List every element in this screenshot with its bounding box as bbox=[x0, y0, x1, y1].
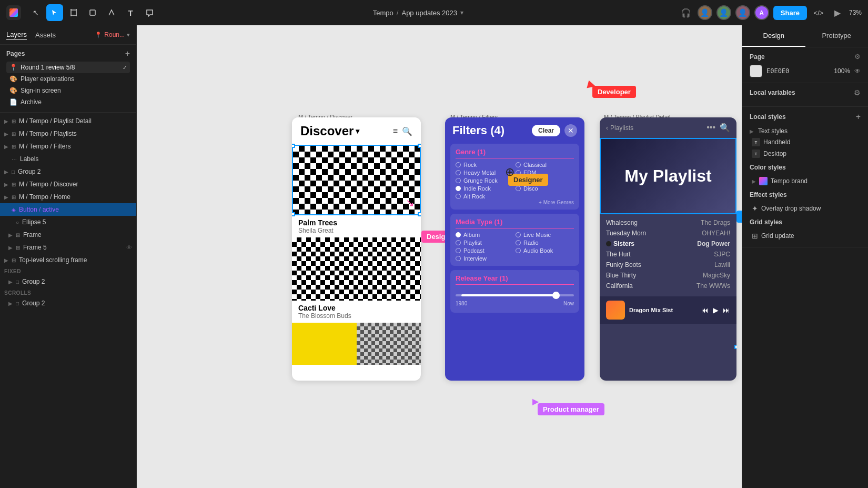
genre-disco[interactable]: Disco bbox=[516, 185, 574, 192]
local-vars-title: Local variables bbox=[750, 89, 795, 96]
clear-button[interactable]: Clear bbox=[532, 125, 560, 136]
layer-scrolling-frame[interactable]: ▶ ⊟ Top-level scrolling frame bbox=[0, 254, 136, 266]
style-tempo-brand[interactable]: ▶ Tempo brand bbox=[750, 175, 861, 187]
genre-classical[interactable]: Classical bbox=[516, 162, 574, 168]
handle-br[interactable] bbox=[418, 212, 421, 216]
effect-overlay-shadow[interactable]: ✦ Overlay drop shadow bbox=[750, 203, 861, 214]
move-tool[interactable]: ↖ bbox=[27, 4, 44, 21]
layer-group2-top[interactable]: ▶ □ Group 2 bbox=[0, 165, 136, 178]
page-settings-icon[interactable]: ⚙ bbox=[854, 53, 861, 61]
layer-ellipse5[interactable]: ▶ ○ Ellipse 5 bbox=[0, 216, 136, 228]
zoom-level[interactable]: 73% bbox=[849, 9, 862, 16]
layer-section-scrolls: SCROLLS bbox=[0, 288, 136, 297]
code-icon[interactable]: </> bbox=[811, 5, 826, 20]
add-style-button[interactable]: + bbox=[856, 112, 861, 122]
grid-update[interactable]: ⊞ Grid update bbox=[750, 230, 861, 242]
tab-prototype[interactable]: Prototype bbox=[805, 25, 869, 47]
tool-group: ↖ T bbox=[27, 4, 158, 21]
tab-design[interactable]: Design bbox=[742, 25, 805, 47]
prev-icon[interactable]: ⏮ bbox=[701, 306, 709, 314]
layer-group2-fixed[interactable]: ▶ □ Group 2 bbox=[0, 275, 136, 288]
handle-tl[interactable] bbox=[292, 144, 295, 148]
layer-group2-scrolls[interactable]: ▶ □ Group 2 bbox=[0, 297, 136, 310]
more-icon[interactable]: ••• bbox=[706, 123, 715, 133]
effect-styles-header: Effect styles bbox=[750, 191, 861, 198]
style-desktop[interactable]: T Desktop bbox=[750, 148, 861, 160]
dropdown-arrow[interactable]: ▾ bbox=[460, 9, 463, 16]
layer-discover[interactable]: ▶ ⊞ M / Tempo / Discover bbox=[0, 178, 136, 191]
variables-icon[interactable]: ⚙ bbox=[854, 88, 861, 97]
page-icon4: 📄 bbox=[9, 98, 17, 106]
media-live[interactable]: Live Music bbox=[516, 232, 574, 238]
route-chevron[interactable]: ▾ bbox=[127, 32, 130, 38]
genre-indie[interactable]: Indie Rock bbox=[456, 185, 514, 192]
layer-labels[interactable]: ▶ ⋯ Labels bbox=[0, 153, 136, 165]
handle-bl[interactable] bbox=[292, 212, 295, 216]
comment-tool[interactable] bbox=[141, 4, 158, 21]
search-icon[interactable]: 🔍 bbox=[720, 123, 730, 133]
layer-frame5[interactable]: ▶ ⊞ Frame 5 👁 bbox=[0, 241, 136, 254]
share-button[interactable]: Share bbox=[773, 6, 807, 20]
visibility-toggle[interactable]: 👁 bbox=[854, 67, 861, 75]
media-interview[interactable]: Interview bbox=[456, 255, 514, 262]
genre-alt[interactable]: Alt Rock bbox=[456, 193, 514, 200]
next-icon[interactable]: ⏭ bbox=[723, 306, 730, 314]
track-artist: OHYEAH! bbox=[702, 230, 730, 237]
layer-frame[interactable]: ▶ ⊞ Frame bbox=[0, 228, 136, 241]
slider-thumb[interactable] bbox=[552, 292, 560, 299]
style-handheld[interactable]: T Handheld bbox=[750, 136, 861, 148]
title-bar: Tempo / App updates 2023 ▾ bbox=[162, 9, 674, 17]
handle-tr[interactable] bbox=[418, 144, 421, 148]
headphones-icon[interactable]: 🎧 bbox=[679, 5, 693, 20]
tab-assets[interactable]: Assets bbox=[35, 30, 56, 40]
radio-playlist bbox=[456, 240, 461, 245]
select-tool[interactable] bbox=[46, 4, 63, 21]
dropdown-icon: ▾ bbox=[356, 127, 359, 135]
media-radio[interactable]: Radio bbox=[516, 240, 574, 246]
page-item-archive[interactable]: 📄 Archive bbox=[6, 96, 130, 108]
back-button[interactable]: ‹ Playlists bbox=[606, 124, 633, 132]
shape-tool[interactable] bbox=[84, 4, 101, 21]
play-icon[interactable]: ▶ bbox=[830, 5, 845, 20]
layer-name: Top-level scrolling frame bbox=[19, 256, 132, 264]
more-genres[interactable]: + More Genres bbox=[456, 200, 574, 205]
frame-tool[interactable] bbox=[65, 4, 82, 21]
text-tool[interactable]: T bbox=[122, 4, 139, 21]
page-color-swatch[interactable] bbox=[750, 65, 762, 77]
filter-icon[interactable]: ≡ bbox=[393, 126, 398, 136]
search-icon[interactable]: 🔍 bbox=[402, 126, 412, 136]
layer-home[interactable]: ▶ ⊞ M / Tempo / Home bbox=[0, 191, 136, 203]
layer-playlists[interactable]: ▶ ⊞ M / Tempo / Playlists bbox=[0, 127, 136, 140]
layer-name: Ellipse 5 bbox=[22, 218, 132, 226]
page-item-round1[interactable]: 📍 Round 1 review 5/8 ✓ bbox=[6, 62, 130, 73]
layer-button-active[interactable]: ▶ ◈ Button / active bbox=[0, 203, 136, 216]
media-album[interactable]: Album bbox=[456, 232, 514, 238]
release-section: Release Year (1) 1980 Now bbox=[450, 270, 579, 313]
add-page-button[interactable]: + bbox=[125, 49, 130, 58]
text-styles-header[interactable]: ▶ Text styles bbox=[750, 126, 861, 136]
track-row-2: Tuesday Morn OHYEAH! bbox=[606, 228, 730, 238]
pen-tool[interactable] bbox=[103, 4, 120, 21]
chevron-icon: ▶ bbox=[4, 144, 9, 150]
track2-artist: The Blossom Buds bbox=[298, 312, 415, 320]
route-label[interactable]: Roun... bbox=[104, 31, 125, 38]
layer-name: M / Tempo / Filters bbox=[19, 143, 132, 150]
layer-filters[interactable]: ▶ ⊞ M / Tempo / Filters bbox=[0, 140, 136, 153]
radio-interview bbox=[456, 256, 461, 261]
tab-layers[interactable]: Layers bbox=[6, 29, 27, 40]
canvas[interactable]: M / Tempo / Discover M / Tempo / Filters… bbox=[137, 25, 742, 488]
page-item-player[interactable]: 🎨 Player explorations bbox=[6, 73, 130, 85]
handle-r[interactable] bbox=[734, 345, 736, 349]
playlist-header: ‹ Playlists ••• 🔍 bbox=[600, 117, 736, 138]
layer-playlist-detail[interactable]: ▶ ⊞ M / Tempo / Playlist Detail bbox=[0, 115, 136, 127]
layer-type-icon: ⊞ bbox=[16, 232, 20, 238]
figma-logo[interactable] bbox=[6, 5, 21, 20]
track1-artist: Sheila Great bbox=[298, 227, 415, 234]
media-podcast[interactable]: Podcast bbox=[456, 247, 514, 254]
media-playlist[interactable]: Playlist bbox=[456, 240, 514, 246]
close-button[interactable]: ✕ bbox=[564, 124, 577, 137]
grid-name: Grid update bbox=[761, 232, 794, 240]
media-audiobook[interactable]: Audio Book bbox=[516, 247, 574, 254]
page-item-signin[interactable]: 🎨 Sign-in screen bbox=[6, 85, 130, 96]
play-pause-icon[interactable]: ▶ bbox=[713, 306, 719, 314]
